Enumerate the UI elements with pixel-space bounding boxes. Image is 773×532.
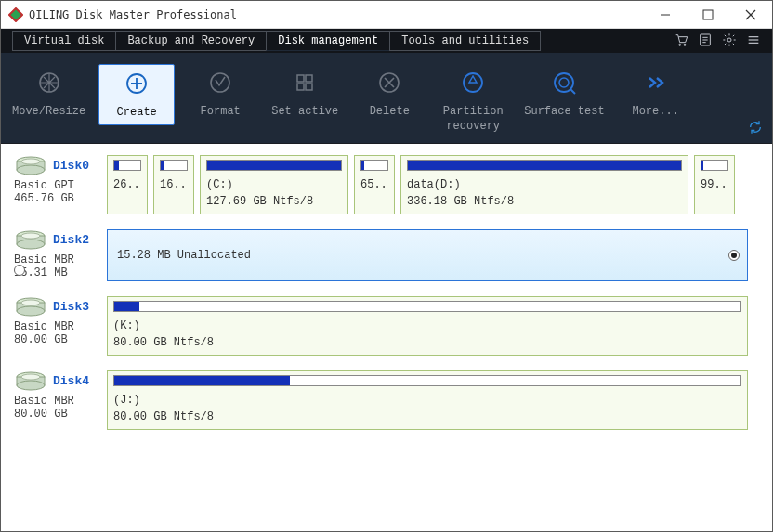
select-radio-left[interactable] — [14, 265, 25, 276]
tool-label: Format — [201, 105, 241, 120]
partition[interactable]: 99... — [694, 155, 735, 214]
tool-delete-icon — [374, 68, 404, 97]
disk-info: Disk3Basic MBR80.00 GB — [14, 296, 101, 356]
disk-type: Basic MBR — [14, 320, 101, 333]
usage-bar — [113, 301, 741, 312]
partition-size: 99... — [701, 176, 728, 193]
tool-surface-test[interactable]: Surface test — [518, 64, 609, 123]
tool-partition-recovery-icon — [458, 68, 488, 97]
partition-size: 336.18 GB Ntfs/8 — [407, 193, 682, 210]
tool-format[interactable]: Format — [182, 64, 258, 123]
disk-name: Disk0 — [53, 159, 89, 173]
tool-label: Partitionrecovery — [443, 105, 504, 134]
select-radio-right[interactable] — [728, 250, 740, 261]
tab-virtual-disk[interactable]: Virtual disk — [12, 31, 116, 51]
partition-label: (C:) — [206, 176, 342, 193]
tab-disk-management[interactable]: Disk management — [266, 31, 390, 51]
log-icon[interactable] — [698, 32, 713, 50]
partition-size: 80.00 GB Ntfs/8 — [113, 334, 741, 351]
partition[interactable]: (J:)80.00 GB Ntfs/8 — [107, 370, 748, 430]
svg-point-41 — [17, 381, 45, 390]
partitions: (K:)80.00 GB Ntfs/8 — [107, 296, 759, 356]
tool-delete[interactable]: Delete — [351, 64, 427, 123]
drive-icon — [14, 229, 47, 250]
partition[interactable]: 65... — [354, 155, 395, 214]
usage-bar — [360, 160, 388, 171]
disk-type: Basic GPT — [14, 179, 101, 192]
disk-row: Disk3Basic MBR80.00 GB(K:)80.00 GB Ntfs/… — [14, 296, 759, 356]
disk-name: Disk2 — [53, 233, 89, 247]
partition-size: 127.69 GB Ntfs/8 — [206, 193, 342, 210]
tool-create[interactable]: Create — [98, 64, 175, 125]
tab-tools-utilities[interactable]: Tools and utilities — [389, 31, 541, 51]
partitions: 26...16...(C:)127.69 GB Ntfs/865...data(… — [107, 155, 759, 214]
svg-point-11 — [727, 38, 731, 42]
svg-point-34 — [21, 233, 40, 239]
usage-bar — [113, 375, 741, 386]
app-icon — [8, 7, 23, 22]
disk-row: Disk4Basic MBR80.00 GB(J:)80.00 GB Ntfs/… — [14, 370, 759, 430]
app-title: QILING Disk Master Professional — [29, 8, 644, 21]
toolbar: Move/ResizeCreateFormatSet activeDeleteP… — [1, 53, 772, 144]
tool-move-resize[interactable]: Move/Resize — [7, 64, 91, 123]
svg-point-6 — [684, 44, 686, 45]
close-button[interactable] — [729, 1, 772, 29]
tab-backup-recovery[interactable]: Backup and Recovery — [115, 31, 267, 51]
disk-info: Disk0Basic GPT465.76 GB — [14, 155, 101, 214]
disk-info: Disk2Basic MBR15.31 MB — [14, 229, 101, 281]
svg-rect-21 — [306, 84, 312, 90]
svg-line-26 — [570, 89, 575, 94]
drive-icon — [14, 296, 47, 317]
usage-bar — [206, 160, 342, 171]
svg-rect-18 — [297, 75, 304, 82]
svg-point-33 — [17, 240, 45, 249]
tool-set-active[interactable]: Set active — [266, 64, 344, 123]
menu-icon[interactable] — [746, 32, 761, 50]
svg-rect-2 — [703, 10, 713, 19]
tool-set-active-icon — [290, 68, 320, 97]
tool-label: Move/Resize — [12, 105, 85, 120]
tool-partition-recovery[interactable]: Partitionrecovery — [435, 64, 511, 137]
svg-rect-20 — [297, 84, 304, 90]
partition[interactable]: (C:)127.69 GB Ntfs/8 — [200, 155, 348, 214]
gear-icon[interactable] — [722, 32, 737, 50]
partitions: 15.28 MB Unallocated — [107, 229, 759, 281]
disk-size: 80.00 GB — [14, 408, 101, 421]
partition-size: 80.00 GB Ntfs/8 — [113, 409, 741, 425]
disk-size: 80.00 GB — [14, 333, 101, 346]
disk-row: Disk0Basic GPT465.76 GB26...16...(C:)127… — [14, 155, 759, 214]
partition-label: 15.28 MB Unallocated — [117, 247, 251, 264]
usage-bar — [701, 160, 728, 171]
partition-label: (J:) — [113, 392, 741, 409]
svg-point-25 — [559, 78, 569, 87]
tool-label: Delete — [370, 105, 410, 120]
svg-point-42 — [21, 374, 40, 380]
disk-list: Disk0Basic GPT465.76 GB26...16...(C:)127… — [1, 144, 772, 531]
partition[interactable]: 15.28 MB Unallocated — [107, 229, 748, 281]
tabs-strip: Virtual disk Backup and Recovery Disk ma… — [1, 29, 772, 53]
tool-label: Set active — [271, 105, 338, 120]
tool-surface-test-icon — [549, 68, 579, 97]
partition[interactable]: 16... — [153, 155, 194, 214]
usage-bar — [160, 160, 188, 171]
partition[interactable]: (K:)80.00 GB Ntfs/8 — [107, 296, 748, 356]
partition[interactable]: 26... — [107, 155, 148, 214]
svg-point-5 — [679, 44, 681, 45]
partition-label: (K:) — [113, 318, 741, 334]
disk-type: Basic MBR — [14, 253, 101, 266]
cart-icon[interactable] — [674, 32, 688, 50]
disk-type: Basic MBR — [14, 395, 101, 408]
maximize-button[interactable] — [687, 1, 729, 29]
tool-more[interactable]: More... — [618, 64, 694, 123]
partition-label: data(D:) — [407, 176, 682, 193]
tool-label: Create — [117, 106, 157, 121]
tool-label: More... — [632, 105, 678, 120]
svg-rect-19 — [306, 75, 312, 82]
partition[interactable]: data(D:)336.18 GB Ntfs/8 — [400, 155, 688, 214]
tool-create-icon — [122, 69, 151, 98]
minimize-button[interactable] — [644, 1, 687, 29]
disk-size: 15.31 MB — [14, 266, 101, 279]
partition-size: 26... — [113, 176, 141, 193]
partition-size: 16... — [160, 176, 188, 193]
refresh-icon[interactable] — [748, 120, 763, 137]
